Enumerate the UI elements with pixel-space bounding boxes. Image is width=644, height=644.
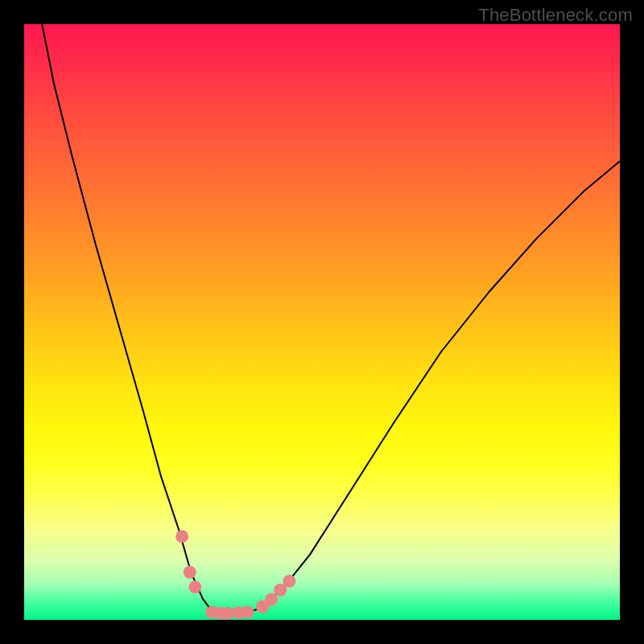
data-marker bbox=[265, 593, 278, 606]
chart-frame: TheBottleneck.com bbox=[0, 0, 644, 644]
curve-layer bbox=[42, 24, 620, 614]
data-marker bbox=[175, 530, 188, 543]
chart-svg bbox=[24, 24, 620, 620]
plot-area bbox=[24, 24, 620, 620]
data-marker bbox=[184, 566, 196, 579]
marker-layer bbox=[175, 530, 295, 619]
data-marker bbox=[283, 575, 295, 588]
watermark-text: TheBottleneck.com bbox=[478, 5, 633, 26]
data-marker bbox=[242, 605, 254, 618]
bottleneck-curve bbox=[42, 24, 620, 614]
data-marker bbox=[188, 580, 201, 593]
